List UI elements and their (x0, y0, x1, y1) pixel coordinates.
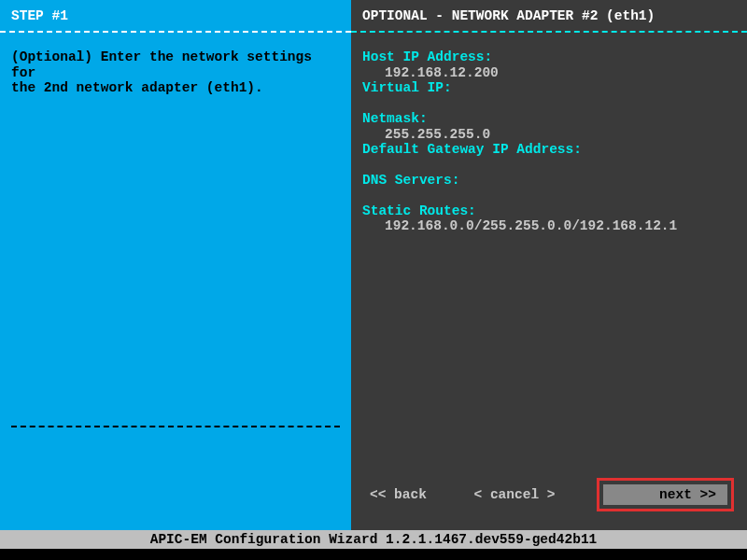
netmask-value: 255.255.255.0 (362, 127, 736, 143)
back-button[interactable]: << back (364, 484, 432, 505)
status-bar: APIC-EM Configuration Wizard 1.2.1.1467.… (0, 530, 747, 549)
wizard-screen: STEP #1 (Optional) Enter the network set… (0, 0, 747, 560)
netmask-label: Netmask: (362, 111, 736, 127)
instruction-line-1: (Optional) Enter the network settings fo… (11, 49, 340, 80)
step-title: STEP #1 (11, 8, 68, 23)
left-bottom-divider (11, 426, 340, 427)
virtual-ip-label: Virtual IP: (362, 80, 736, 96)
right-panel: OPTIONAL - NETWORK ADAPTER #2 (eth1) Hos… (351, 0, 747, 530)
static-routes-label: Static Routes: (362, 203, 736, 219)
left-panel: STEP #1 (Optional) Enter the network set… (0, 0, 351, 530)
status-bar-text: APIC-EM Configuration Wizard 1.2.1.1467.… (150, 532, 598, 547)
bottom-strip (0, 549, 747, 560)
static-routes-value: 192.168.0.0/255.255.0.0/192.168.12.1 (362, 218, 736, 234)
main-panels: STEP #1 (Optional) Enter the network set… (0, 0, 747, 530)
panel-title: OPTIONAL - NETWORK ADAPTER #2 (eth1) (362, 8, 655, 23)
right-content: Host IP Address: 192.168.12.200 Virtual … (351, 33, 747, 530)
instruction-line-2: the 2nd network adapter (eth1). (11, 80, 340, 96)
host-ip-label: Host IP Address: (362, 49, 736, 65)
left-content: (Optional) Enter the network settings fo… (0, 33, 351, 530)
next-button[interactable]: next >> (603, 484, 727, 505)
footer-buttons: << back < cancel > next >> (351, 478, 747, 511)
gateway-label: Default Gateway IP Address: (362, 142, 736, 158)
dns-label: DNS Servers: (362, 173, 736, 189)
panel-header: OPTIONAL - NETWORK ADAPTER #2 (eth1) (351, 0, 747, 31)
next-button-highlight: next >> (597, 478, 734, 511)
cancel-button[interactable]: < cancel > (468, 484, 560, 505)
step-header: STEP #1 (0, 0, 351, 31)
host-ip-value: 192.168.12.200 (362, 65, 736, 81)
